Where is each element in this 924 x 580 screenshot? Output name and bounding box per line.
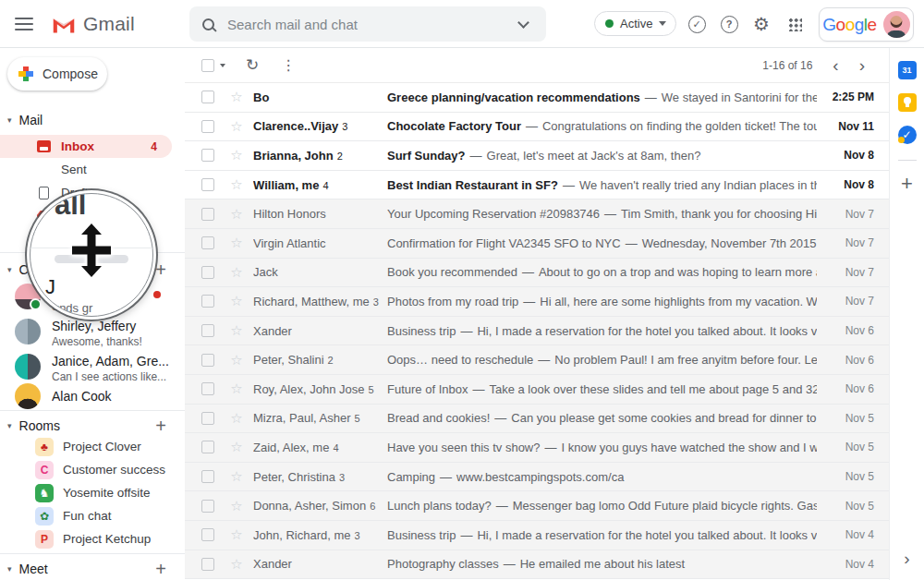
chat-contact[interactable]: Janice, Adam, Gre... Can I see actions l… [0,349,185,384]
rooms-section-header[interactable]: ▾ Rooms + [7,417,185,435]
chat-contact[interactable]: Alan Cook [0,384,185,408]
row-checkbox[interactable] [201,324,214,337]
row-checkbox[interactable] [201,470,214,483]
search-bar[interactable]: Search mail and chat [189,6,546,42]
row-checkbox[interactable] [201,500,214,513]
star-icon[interactable]: ☆ [229,147,244,163]
settings-gear-icon[interactable]: ⚙ [752,15,771,33]
panel-collapse-chevron-icon[interactable]: › [904,549,909,569]
newer-page-chevron-icon[interactable]: ‹ [833,56,838,74]
collapse-triangle-icon[interactable]: ▾ [7,421,12,430]
subject-separator: — [472,382,484,396]
row-checkbox[interactable] [201,266,214,279]
row-checkbox[interactable] [201,558,214,571]
email-row[interactable]: ☆ Roy, Alex, John Jose5 Future of Inbox—… [185,375,889,405]
row-checkbox[interactable] [201,120,214,133]
search-icon[interactable] [202,18,214,30]
email-row[interactable]: ☆ Peter, Christina3 Camping—www.bestcamp… [185,463,889,492]
more-options-icon[interactable]: ⋮ [281,56,296,74]
help-icon[interactable]: ? [720,15,738,33]
row-checkbox[interactable] [201,412,214,425]
star-icon[interactable]: ☆ [229,206,244,223]
star-icon[interactable]: ☆ [229,352,244,369]
contact-avatar [15,354,41,380]
row-checkbox[interactable] [201,295,214,308]
row-checkbox[interactable] [201,178,214,191]
email-row[interactable]: ☆ Brianna, John2 Surf Sunday?—Great, let… [185,141,889,171]
star-icon[interactable]: ☆ [229,322,244,339]
add-room-button[interactable]: + [155,416,166,437]
star-icon[interactable]: ☆ [229,176,244,193]
collapse-triangle-icon[interactable]: ▾ [7,115,12,125]
row-checkbox[interactable] [201,149,214,162]
calendar-icon[interactable]: 31 [898,61,917,79]
hamburger-menu-icon[interactable] [15,18,33,30]
star-icon[interactable]: ☆ [229,118,244,135]
row-checkbox[interactable] [201,236,214,249]
older-page-chevron-icon[interactable]: › [859,56,865,74]
row-checkbox[interactable] [201,441,214,453]
star-icon[interactable]: ☆ [229,235,244,251]
keep-icon[interactable] [898,93,917,112]
star-icon[interactable]: ☆ [229,89,244,105]
select-dropdown-caret-icon[interactable] [220,64,225,67]
search-input[interactable]: Search mail and chat [227,17,519,32]
status-selector[interactable]: Active [594,11,676,36]
star-icon[interactable]: ☆ [229,556,244,573]
star-icon[interactable]: ☆ [229,381,244,397]
email-row[interactable]: ☆ Mizra, Paul, Asher5 Bread and cookies!… [185,405,889,434]
apps-grid-icon[interactable] [785,15,804,33]
star-icon[interactable]: ☆ [229,264,244,281]
add-chat-button[interactable]: + [155,260,166,281]
get-addons-button[interactable]: + [901,172,913,196]
sidebar-mail-item[interactable]: Sent [0,158,172,181]
star-icon[interactable]: ☆ [229,526,244,543]
star-icon[interactable]: ☆ [229,498,244,514]
email-row[interactable]: ☆ Richard, Matthew, me3 Photos from my r… [185,287,889,317]
room-item[interactable]: ♞ Yosemite offsite [0,481,185,504]
star-icon[interactable]: ☆ [229,439,244,455]
email-row[interactable]: ☆ Zaid, Alex, me4 Have you seen this tv … [185,433,889,463]
row-checkbox[interactable] [201,528,214,541]
mail-section-header[interactable]: ▾ Mail [7,111,185,129]
user-avatar[interactable] [883,11,910,38]
email-date: Nov 8 [817,178,889,191]
magnifier-overlay[interactable]: F all J Sounds gr [27,190,156,320]
refresh-icon[interactable]: ↻ [246,55,259,75]
star-icon[interactable]: ☆ [229,468,244,485]
row-checkbox[interactable] [201,208,214,221]
room-item[interactable]: P Project Ketchup [0,527,185,550]
chat-status-icon[interactable]: ✓ [687,15,706,33]
collapse-triangle-icon[interactable]: ▾ [7,564,12,574]
room-item[interactable]: ♣ Project Clover [0,435,185,458]
row-checkbox[interactable] [201,354,214,367]
room-item[interactable]: C Customer success [0,458,185,481]
collapse-triangle-icon[interactable]: ▾ [7,265,12,274]
star-icon[interactable]: ☆ [229,410,244,427]
email-row[interactable]: ☆ Peter, Shalini2 Oops… need to reschedu… [185,345,889,375]
email-row[interactable]: ☆ Virgin Atlantic Confirmation for Fligh… [185,229,889,259]
email-row[interactable]: ☆ Xander Business trip—Hi, I made a rese… [185,317,889,346]
email-row[interactable]: ☆ William, me4 Best Indian Restaurant in… [185,171,889,200]
meet-section-header[interactable]: ▾ Meet + [7,560,185,578]
search-options-chevron-icon[interactable] [517,17,529,29]
compose-button[interactable]: Compose [7,57,107,91]
email-row[interactable]: ☆ Clarence..Vijay3 Chocolate Factory Tou… [185,113,889,142]
email-row[interactable]: ☆ Hilton Honors Your Upcoming Reservatio… [185,199,889,229]
email-row[interactable]: ☆ Jack Book you recommended—About to go … [185,259,889,288]
google-letter: o [845,15,855,35]
room-item[interactable]: ✿ Fun chat [0,504,185,527]
email-row[interactable]: ☆ John, Richard, me3 Business trip—Hi, I… [185,521,889,550]
email-row[interactable]: ☆ Donna, Asher, Simon6 Lunch plans today… [185,491,889,521]
sender-names: Bo [253,91,269,104]
new-meeting-button[interactable]: + [155,559,166,580]
row-checkbox[interactable] [201,382,214,395]
star-icon[interactable]: ☆ [229,293,244,309]
google-account-button[interactable]: Google [819,7,914,42]
sidebar-mail-item[interactable]: Inbox 4 [0,135,172,158]
email-row[interactable]: ☆ Bo Greece planning/vacation recommenda… [185,83,889,113]
select-all-checkbox[interactable] [201,59,214,72]
tasks-icon[interactable]: ✓ [898,126,917,144]
email-row[interactable]: ☆ Xander Photography classes—He emailed … [185,550,889,580]
row-checkbox[interactable] [201,91,214,103]
